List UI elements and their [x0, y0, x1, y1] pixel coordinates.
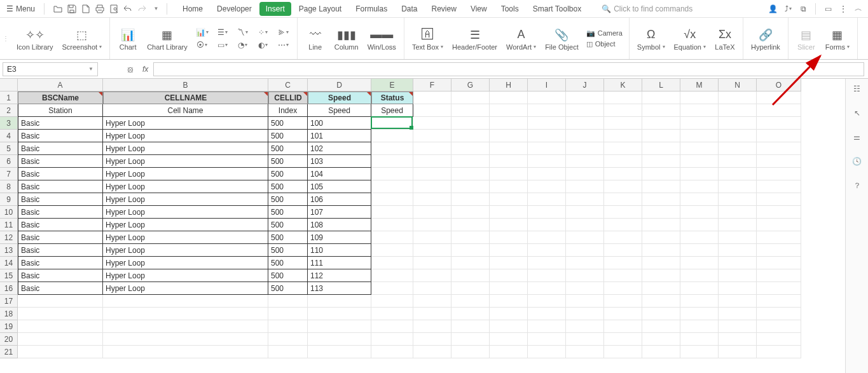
cell[interactable]: Hyper Loop — [103, 180, 268, 193]
cell[interactable] — [757, 117, 801, 130]
cell[interactable]: 500 — [268, 257, 308, 269]
cell[interactable] — [757, 308, 801, 320]
cell[interactable] — [604, 130, 642, 142]
cell[interactable] — [757, 155, 801, 168]
cell[interactable] — [566, 231, 604, 244]
cell[interactable] — [604, 117, 642, 130]
cell[interactable] — [490, 155, 528, 168]
symbol-button[interactable]: ΩSymbol▾ — [633, 25, 669, 52]
cell[interactable] — [528, 130, 566, 142]
cell[interactable] — [604, 269, 642, 282]
cell[interactable] — [490, 333, 528, 346]
hyperlink-button[interactable]: 🔗Hyperlink — [747, 25, 784, 52]
cancel-fx-icon[interactable]: ⦻ — [126, 64, 135, 74]
cell[interactable] — [413, 308, 451, 320]
cell[interactable] — [268, 320, 308, 333]
cell[interactable]: Cell Name — [103, 104, 268, 117]
cell[interactable] — [566, 282, 604, 295]
cell[interactable]: Speed — [308, 104, 371, 117]
cell[interactable]: Hyper Loop — [103, 168, 268, 180]
cell[interactable] — [451, 193, 490, 206]
cell[interactable] — [642, 92, 680, 104]
cell[interactable] — [719, 269, 757, 282]
command-search[interactable]: 🔍 Click to find commands — [602, 4, 692, 13]
cell[interactable] — [566, 206, 604, 219]
cell[interactable]: Basic — [18, 168, 103, 180]
cell[interactable] — [490, 92, 528, 104]
cell[interactable] — [604, 168, 642, 180]
cell[interactable] — [566, 193, 604, 206]
cell[interactable] — [719, 142, 757, 155]
cell[interactable] — [371, 117, 413, 130]
cell[interactable] — [528, 155, 566, 168]
chart-type-10[interactable]: ⋯▾ — [275, 39, 292, 51]
row-header[interactable]: 21 — [0, 346, 18, 358]
column-header[interactable]: G — [451, 79, 490, 92]
cell[interactable]: Hyper Loop — [103, 117, 268, 130]
cell[interactable] — [719, 130, 757, 142]
cell[interactable] — [308, 333, 371, 346]
cell[interactable] — [268, 346, 308, 358]
cell[interactable] — [642, 231, 680, 244]
cell[interactable] — [757, 257, 801, 269]
cell[interactable] — [757, 269, 801, 282]
cell[interactable] — [528, 193, 566, 206]
cell[interactable] — [18, 320, 103, 333]
object-button[interactable]: ◫Object — [584, 39, 625, 50]
cell[interactable] — [490, 295, 528, 308]
cell[interactable] — [757, 320, 801, 333]
cell[interactable]: 112 — [308, 269, 371, 282]
cell[interactable] — [490, 346, 528, 358]
cell[interactable]: 113 — [308, 282, 371, 295]
chart-type-7[interactable]: ⁘▾ — [255, 27, 272, 38]
column-header[interactable]: C — [268, 79, 308, 92]
spreadsheet-grid[interactable]: ABCDEFGHIJKLMNO 123456789101112131415161… — [0, 79, 845, 373]
cell[interactable] — [18, 308, 103, 320]
cell[interactable] — [719, 180, 757, 193]
cell[interactable] — [680, 180, 719, 193]
cell[interactable] — [719, 168, 757, 180]
cell[interactable] — [451, 269, 490, 282]
row-header[interactable]: 12 — [0, 231, 18, 244]
cell[interactable] — [451, 231, 490, 244]
cell[interactable] — [103, 320, 268, 333]
cell[interactable] — [642, 193, 680, 206]
cell[interactable] — [642, 269, 680, 282]
cell[interactable] — [604, 92, 642, 104]
cell[interactable]: 500 — [268, 155, 308, 168]
row-header[interactable]: 19 — [0, 320, 18, 333]
cell[interactable]: 500 — [268, 180, 308, 193]
cell[interactable] — [528, 117, 566, 130]
cell[interactable] — [680, 92, 719, 104]
chart-library-button[interactable]: ▦ Chart Library — [143, 25, 191, 52]
cell[interactable] — [413, 282, 451, 295]
column-header[interactable]: I — [528, 79, 566, 92]
cell[interactable]: 106 — [308, 193, 371, 206]
cell[interactable] — [604, 257, 642, 269]
cell[interactable] — [451, 117, 490, 130]
cell[interactable] — [451, 92, 490, 104]
cell[interactable] — [490, 193, 528, 206]
cell[interactable] — [308, 295, 371, 308]
cell[interactable] — [490, 320, 528, 333]
cell[interactable] — [528, 206, 566, 219]
cell[interactable]: Basic — [18, 180, 103, 193]
column-header[interactable]: N — [719, 79, 757, 92]
cell[interactable] — [371, 320, 413, 333]
cell[interactable] — [642, 206, 680, 219]
column-header[interactable]: D — [308, 79, 371, 92]
cell[interactable] — [451, 346, 490, 358]
tab-developer[interactable]: Developer — [210, 2, 258, 16]
cell[interactable]: Basic — [18, 117, 103, 130]
row-header[interactable]: 2 — [0, 104, 18, 117]
column-header[interactable]: E — [371, 79, 413, 92]
cell[interactable] — [680, 244, 719, 257]
select-all-corner[interactable] — [0, 79, 18, 92]
chart-type-4[interactable]: ▭▾ — [214, 39, 231, 51]
cell[interactable] — [308, 346, 371, 358]
wordart-button[interactable]: AWordArt▾ — [502, 25, 540, 52]
cell[interactable] — [103, 295, 268, 308]
cell[interactable] — [680, 206, 719, 219]
forms-button[interactable]: ▦Forms▾ — [822, 25, 853, 52]
chart-type-3[interactable]: ☰▾ — [214, 27, 231, 38]
